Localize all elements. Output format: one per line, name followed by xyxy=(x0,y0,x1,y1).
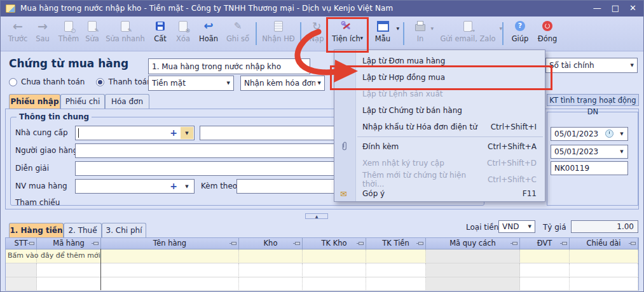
column-header-ma-quy-cach[interactable]: Mã quy cách xyxy=(426,238,520,249)
add-button[interactable]: ○ Thêm xyxy=(56,18,81,49)
column-header-ten-hang[interactable]: Tên hàng xyxy=(101,238,239,249)
radio-unpaid[interactable] xyxy=(9,78,17,86)
radio-unpaid-label: Chưa thanh toán xyxy=(21,77,85,86)
supplier-combo[interactable]: + ▼ xyxy=(75,126,195,140)
template-button[interactable]: Mẫu ▼ xyxy=(370,18,395,49)
help-icon xyxy=(515,21,525,31)
ledger-select[interactable]: Sổ tài chính ▼ xyxy=(545,58,638,73)
utilities-button[interactable]: Tiện ích ▼ xyxy=(329,18,364,49)
table-row[interactable] xyxy=(6,277,37,291)
grid-edit-cursor xyxy=(100,249,101,290)
menu-item-lap-tu-hop-dong-mua[interactable]: Lập từ Hợp đồng mua xyxy=(334,69,545,86)
column-header-ma-hang[interactable]: Mã hàng xyxy=(37,238,101,249)
chevron-down-icon: ▼ xyxy=(303,64,306,69)
pencil-icon: ✎ xyxy=(234,20,242,32)
chevron-down-icon[interactable]: ▼ xyxy=(181,127,193,139)
rate-label: Tỷ giá xyxy=(543,223,566,232)
currency-select[interactable]: VND ▼ xyxy=(498,220,535,233)
template-icon xyxy=(377,21,389,32)
plus-icon[interactable]: + xyxy=(170,181,177,191)
maximize-button[interactable]: □ xyxy=(612,0,619,17)
supplier-label: Nhà cung cấp xyxy=(15,128,68,137)
column-header-stt[interactable]: STT xyxy=(6,238,37,249)
menu-item-dinh-kem[interactable]: Đính kèm Ctrl+Shift+A xyxy=(334,138,545,155)
menu-item-nhap-khau-hoa-don-dien-tu[interactable]: Nhập khẩu từ Hóa đơn điện tử Ctrl+Shift+… xyxy=(334,119,545,135)
payment-method-select[interactable]: Tiền mặt ▼ xyxy=(148,76,234,91)
invoice-option-select[interactable]: Nhận kèm hóa đơn ▼ xyxy=(240,76,325,91)
currency-label: Loại tiền xyxy=(466,223,498,232)
chevron-down-icon: ▼ xyxy=(430,26,434,30)
radio-pay-now[interactable] xyxy=(96,78,104,86)
column-header-tk-tien[interactable]: TK Tiền xyxy=(366,238,426,249)
menu-item-lap-tu-don-mua-hang[interactable]: Lập từ Đơn mua hàng xyxy=(334,53,545,69)
posting-date-field[interactable]: 05/01/2023 ▼ xyxy=(551,127,628,141)
app-icon xyxy=(6,4,15,13)
reload-button[interactable]: ↻ Nạp xyxy=(305,18,328,49)
toolbar-separator xyxy=(403,22,404,45)
attach-label: Kèm theo xyxy=(201,182,237,190)
utilities-menu: Lập từ Đơn mua hàng Lập từ Hợp đồng mua … xyxy=(334,50,545,202)
menu-item-xem-nhat-ky-truy-cap: Xem nhật ký truy cập Ctrl+Shift+D xyxy=(334,155,545,171)
menu-item-gop-y[interactable]: ✉ Góp ý F11 xyxy=(334,187,545,201)
pin-icon xyxy=(29,242,34,245)
arrow-right-icon: → xyxy=(38,20,48,32)
doc-type-select[interactable]: 1. Mua hàng trong nước nhập kho ▼ xyxy=(148,58,310,74)
chevron-down-icon[interactable]: ▼ xyxy=(617,146,627,157)
prev-button[interactable]: ← Trước xyxy=(5,18,31,49)
chevron-down-icon: ▼ xyxy=(396,26,399,30)
minimize-button[interactable]: — xyxy=(593,0,601,17)
edit-button[interactable]: ✎ Sửa xyxy=(81,18,103,49)
close-button[interactable]: ✕ xyxy=(629,0,636,17)
chevron-down-icon[interactable]: ▼ xyxy=(617,128,627,140)
quick-edit-icon: ✎ xyxy=(121,21,130,32)
tab-hoa-don[interactable]: Hóa đơn xyxy=(105,94,149,109)
column-header-dvt[interactable]: ĐVT xyxy=(520,238,570,249)
tab-thue[interactable]: 2. Thuế xyxy=(64,223,102,237)
pin-icon xyxy=(631,242,636,245)
exchange-rate-field[interactable]: 1.00 xyxy=(571,220,638,233)
tab-phieu-chi[interactable]: Phiếu chi xyxy=(60,94,105,109)
pin-icon xyxy=(512,242,517,245)
help-button[interactable]: Giúp xyxy=(507,18,533,49)
buyer-combo[interactable]: + ▼ xyxy=(75,179,195,194)
pin-icon xyxy=(562,242,567,245)
send-document-icon: → xyxy=(463,21,472,32)
pin-icon xyxy=(93,242,99,245)
plus-icon[interactable]: + xyxy=(170,128,177,138)
add-row-hint[interactable]: Bấm vào đây để thêm mới xyxy=(8,251,100,260)
doc-number-field[interactable]: NK00119 xyxy=(551,161,628,175)
chevron-down-icon[interactable]: ▼ xyxy=(181,180,193,192)
column-header-tk-kho[interactable]: TK Kho xyxy=(303,238,366,249)
deliverer-label: Người giao hàng xyxy=(15,146,78,155)
clock-icon[interactable] xyxy=(605,129,613,138)
table-row[interactable] xyxy=(6,263,37,277)
close-form-button[interactable]: Đóng xyxy=(534,18,561,49)
edit-document-icon: ✎ xyxy=(88,21,97,32)
quick-edit-button[interactable]: ✎ Sửa nhanh xyxy=(104,18,147,49)
kt-status-button[interactable]: KT tình trạng hoạt động DN xyxy=(547,94,639,106)
menu-item-lap-tu-chung-tu-ban-hang[interactable]: Lập từ Chứng từ bán hàng xyxy=(334,102,545,119)
collapse-splitter-button[interactable]: ▲ xyxy=(305,213,328,219)
tab-chi-phi[interactable]: 3. Chi phí xyxy=(102,223,146,237)
chevron-down-icon: ▼ xyxy=(360,36,363,40)
post-button[interactable]: ✎ Ghi sổ xyxy=(223,18,252,49)
receive-invoice-button[interactable]: Nhận HĐ xyxy=(259,18,298,49)
tab-hang-tien[interactable]: 1. Hàng tiền xyxy=(9,223,64,237)
save-button[interactable]: Cất xyxy=(150,18,170,49)
print-button[interactable]: In ▼ xyxy=(409,18,431,49)
delete-button[interactable]: ⊗ Xóa xyxy=(172,18,194,49)
column-header-kho[interactable]: Kho xyxy=(239,238,303,249)
printer-icon xyxy=(415,24,425,31)
arrow-left-icon: ← xyxy=(13,20,23,32)
next-button[interactable]: → Sau xyxy=(32,18,53,49)
send-email-button[interactable]: → Gửi email, Zalo ▼ xyxy=(436,18,500,49)
doc-date-field[interactable]: 05/01/2023 ▼ xyxy=(551,145,628,159)
floppy-save-icon xyxy=(156,22,165,30)
chevron-down-icon: ▼ xyxy=(528,224,531,229)
column-header-chieu-dai[interactable]: Chiều dài xyxy=(570,238,638,249)
tab-phieu-nhap[interactable]: Phiếu nhập xyxy=(9,94,60,109)
toolbar-separator xyxy=(300,22,301,45)
undo-button[interactable]: ↩ Hoãn xyxy=(195,18,222,49)
groupbox-title: Thông tin chung xyxy=(17,112,92,121)
pin-icon xyxy=(231,242,236,245)
